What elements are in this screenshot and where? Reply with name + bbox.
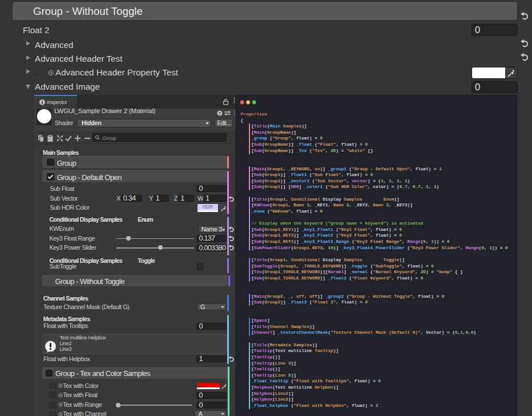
svg-text:?: ? <box>219 111 221 115</box>
